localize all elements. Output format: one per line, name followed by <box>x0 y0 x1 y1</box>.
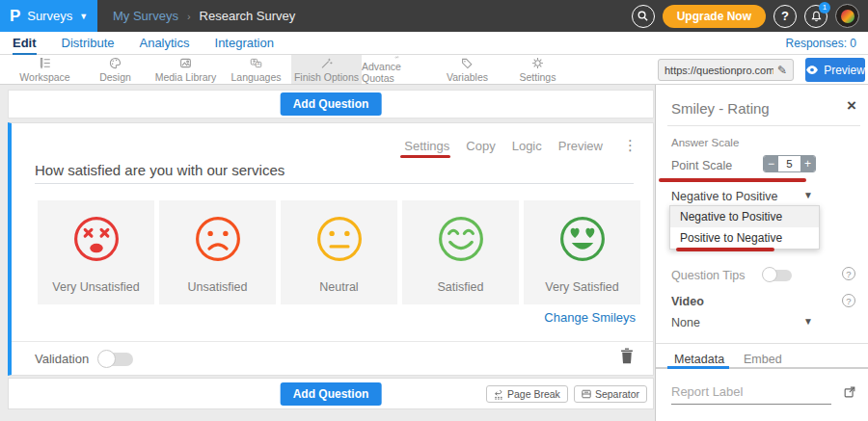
separator-icon <box>582 389 591 399</box>
close-icon[interactable]: × <box>847 96 856 116</box>
toggle-knob <box>97 350 116 368</box>
add-question-button-bottom[interactable]: Add Question <box>281 382 382 406</box>
kebab-menu-icon[interactable]: ⋮ <box>623 137 637 154</box>
edit-url-pencil-icon[interactable]: ✎ <box>777 64 787 77</box>
direction-dropdown: Negative to Positive Positive to Negativ… <box>669 205 820 250</box>
panel-divider <box>667 125 860 126</box>
notifications-button[interactable]: 1 <box>804 5 827 28</box>
smiley-option-very-unsatisfied[interactable]: Very Unsatisfied <box>38 200 154 304</box>
smiley-option-satisfied[interactable]: Satisfied <box>402 200 519 304</box>
nav-tab-distribute[interactable]: Distribute <box>62 32 115 55</box>
very-unsatisfied-smiley-icon <box>70 213 122 265</box>
toolbar-item-label: Workspace <box>19 71 69 83</box>
add-question-button-top[interactable]: Add Question <box>281 92 382 116</box>
toolbar-item-variables[interactable]: Variables <box>432 55 502 84</box>
smiley-label: Satisfied <box>402 280 519 294</box>
page-break-button[interactable]: Page Break <box>486 385 568 403</box>
decrease-button[interactable]: − <box>764 156 778 171</box>
direction-select[interactable]: Negative to Positive <box>671 190 777 203</box>
panel-divider <box>656 343 868 344</box>
tab-copy[interactable]: Copy <box>466 139 495 153</box>
question-tips-toggle[interactable] <box>763 270 792 281</box>
separator-button[interactable]: Separator <box>574 385 647 403</box>
chain-link-icon <box>390 55 404 60</box>
question-title[interactable]: How satisfied are you with our services <box>35 162 285 178</box>
active-tab-indicator <box>667 366 729 369</box>
tab-logic[interactable]: Logic <box>512 139 542 153</box>
toolbar-item-label: Settings <box>520 71 556 83</box>
chevron-down-icon[interactable]: ▼ <box>803 316 813 327</box>
breadcrumb-parent[interactable]: My Surveys <box>113 9 178 23</box>
report-label-input[interactable] <box>671 382 831 405</box>
toolbar-item-finish-options[interactable]: Finish Options <box>291 55 362 84</box>
add-question-bar-top: Add Question <box>8 90 654 118</box>
nav-tab-integration[interactable]: Integration <box>215 32 274 55</box>
toolbar-item-design[interactable]: Design <box>80 55 150 84</box>
app-window: P Surveys ▼ My Surveys › Research Survey… <box>0 0 868 421</box>
breadcrumb-current: Research Survey <box>200 9 296 23</box>
nav-tab-edit[interactable]: Edit <box>13 32 37 55</box>
search-icon <box>637 10 649 22</box>
upgrade-now-button[interactable]: Upgrade Now <box>663 5 766 28</box>
tab-preview[interactable]: Preview <box>558 139 603 153</box>
questionpro-logo: P <box>10 7 20 26</box>
user-avatar[interactable] <box>835 4 859 28</box>
toolbar-item-advance-quotas[interactable]: Advance Quotas <box>362 55 432 84</box>
toolbar-item-label: Finish Options <box>294 71 359 83</box>
toolbar-item-label: Advance Quotas <box>362 61 432 84</box>
increase-button[interactable]: + <box>800 156 815 171</box>
chevron-down-icon[interactable]: ▼ <box>803 190 813 200</box>
page-break-label: Page Break <box>507 388 560 400</box>
point-scale-stepper: − 5 + <box>763 155 816 172</box>
toolbar-item-settings[interactable]: Settings <box>502 55 573 84</box>
dropdown-option-positive-to-negative[interactable]: Positive to Negative <box>670 227 819 249</box>
question-tips-label: Question Tips <box>671 269 745 282</box>
search-button[interactable] <box>632 5 655 28</box>
tab-metadata[interactable]: Metadata <box>674 353 724 366</box>
video-label: Video <box>671 295 704 308</box>
toolbar-item-media-library[interactable]: Media Library <box>150 55 221 84</box>
help-button[interactable]: ? <box>773 5 797 28</box>
smiley-option-unsatisfied[interactable]: Unsatisfied <box>159 200 276 304</box>
toolbar-item-workspace[interactable]: Workspace <box>10 55 80 84</box>
video-select[interactable]: None <box>671 316 700 329</box>
surveys-product-menu[interactable]: P Surveys ▼ <box>0 0 97 32</box>
gear-icon <box>530 56 545 70</box>
expand-icon[interactable] <box>843 385 856 399</box>
separator-label: Separator <box>595 388 639 400</box>
answer-scale-label: Answer Scale <box>671 137 739 148</box>
responses-count[interactable]: Responses: 0 <box>786 37 856 50</box>
toggle-knob <box>762 267 777 282</box>
smiley-label: Unsatisfied <box>159 280 276 294</box>
page-tools: Page Break Separator <box>486 385 647 403</box>
toolbar-item-languages[interactable]: A Languages <box>221 55 291 84</box>
editor-toolbar: Workspace Design Media Library A Languag… <box>0 55 868 85</box>
question-settings-panel: Smiley - Rating × Answer Scale Point Sca… <box>655 85 868 421</box>
validation-toggle[interactable] <box>98 353 133 366</box>
tab-embed[interactable]: Embed <box>744 353 782 366</box>
help-icon[interactable]: ? <box>842 267 855 280</box>
help-icon[interactable]: ? <box>842 294 855 307</box>
survey-url-input[interactable] <box>665 65 773 76</box>
header-actions: Upgrade Now ? 1 <box>632 4 859 28</box>
smiley-option-neutral[interactable]: Neutral <box>281 200 397 304</box>
avatar-image <box>841 10 854 23</box>
page-break-icon <box>494 389 503 400</box>
smiley-options: Very Unsatisfied Unsatisfied Neu <box>38 200 640 304</box>
panel-title: Smiley - Rating <box>671 100 770 117</box>
preview-button[interactable]: Preview <box>805 58 865 82</box>
toolbar-item-label: Variables <box>447 71 488 83</box>
breadcrumb: My Surveys › Research Survey <box>113 9 295 23</box>
translate-icon: A <box>249 56 263 70</box>
notification-badge: 1 <box>819 2 830 13</box>
trash-icon[interactable] <box>620 348 634 364</box>
very-satisfied-smiley-icon <box>556 213 609 265</box>
nav-tab-analytics[interactable]: Analytics <box>139 32 189 55</box>
tab-settings-label: Settings <box>404 139 449 153</box>
dropdown-option-negative-to-positive[interactable]: Negative to Positive <box>670 206 819 227</box>
tab-settings[interactable]: Settings <box>404 139 449 153</box>
chevron-down-icon: ▼ <box>79 12 88 21</box>
change-smileys-link[interactable]: Change Smileys <box>544 310 636 325</box>
point-scale-value[interactable]: 5 <box>778 156 800 171</box>
smiley-option-very-satisfied[interactable]: Very Satisfied <box>524 200 640 304</box>
